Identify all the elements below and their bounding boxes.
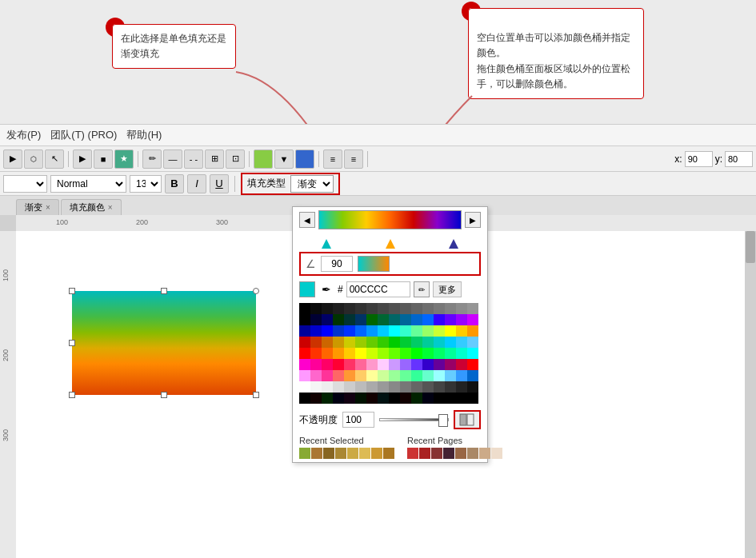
color-cell[interactable]: [400, 370, 411, 381]
handle-top-mid[interactable]: [161, 288, 167, 294]
color-cell[interactable]: [434, 381, 445, 393]
color-cell[interactable]: [422, 359, 434, 370]
color-cell[interactable]: [456, 370, 467, 381]
opacity-thumb[interactable]: [438, 414, 448, 427]
color-cell[interactable]: [310, 393, 322, 404]
fill-type-select[interactable]: 渐变: [290, 175, 334, 193]
recent-selected-swatch[interactable]: [335, 448, 346, 459]
color-cell[interactable]: [434, 393, 445, 404]
color-cell[interactable]: [310, 314, 322, 325]
color-cell[interactable]: [445, 337, 456, 348]
color-cell[interactable]: [445, 359, 456, 370]
tool-btn-2[interactable]: ⬡: [24, 149, 43, 169]
gray-cell[interactable]: [389, 303, 400, 314]
color-cell[interactable]: [456, 314, 467, 325]
color-cell[interactable]: [456, 381, 467, 393]
edit-btn[interactable]: ✏: [142, 149, 162, 169]
stop-right[interactable]: [449, 239, 458, 249]
color-cell[interactable]: [467, 337, 478, 348]
color-cell[interactable]: [299, 359, 310, 370]
color-cell[interactable]: [434, 359, 445, 370]
color-cell[interactable]: [422, 325, 434, 337]
color-cell[interactable]: [333, 393, 344, 404]
color-cell[interactable]: [355, 337, 366, 348]
recent-selected-swatch[interactable]: [371, 448, 382, 459]
coord-x-input[interactable]: [685, 151, 713, 167]
color-cell[interactable]: [333, 359, 344, 370]
color-cell[interactable]: [344, 337, 355, 348]
gray-cell[interactable]: [456, 303, 467, 314]
font-size-select[interactable]: 13: [130, 175, 162, 193]
color-cell[interactable]: [411, 359, 422, 370]
color-cell[interactable]: [378, 325, 389, 337]
color-cell[interactable]: [400, 359, 411, 370]
gray-cell[interactable]: [400, 303, 411, 314]
recent-pages-swatch[interactable]: [431, 448, 442, 459]
tab-fill-color[interactable]: 填充颜色 ×: [61, 199, 122, 215]
tab-gradient-close[interactable]: ×: [46, 203, 50, 212]
color-cell[interactable]: [355, 314, 366, 325]
recent-selected-swatch[interactable]: [383, 448, 394, 459]
recent-pages-swatch[interactable]: [479, 448, 490, 459]
gradient-left-btn[interactable]: ◀: [299, 212, 315, 228]
canvas-rectangle[interactable]: [72, 291, 256, 395]
font-select[interactable]: Normal: [50, 175, 126, 193]
color-cell[interactable]: [322, 370, 333, 381]
color-cell[interactable]: [333, 348, 344, 359]
gray-cell[interactable]: [366, 303, 378, 314]
color-cell[interactable]: [310, 359, 322, 370]
recent-pages-swatch[interactable]: [467, 448, 478, 459]
color-cell[interactable]: [389, 393, 400, 404]
color-cell[interactable]: [389, 359, 400, 370]
underline-btn[interactable]: U: [210, 174, 229, 193]
recent-selected-swatch[interactable]: [347, 448, 358, 459]
color-cell[interactable]: [310, 325, 322, 337]
color-cell[interactable]: [299, 370, 310, 381]
tool-btn-3[interactable]: ↖: [45, 149, 64, 169]
color-cell[interactable]: [366, 314, 378, 325]
gray-cell[interactable]: [333, 303, 344, 314]
color-cell[interactable]: [434, 370, 445, 381]
color-cell[interactable]: [445, 325, 456, 337]
color-cell[interactable]: [378, 381, 389, 393]
color-cell[interactable]: [366, 381, 378, 393]
color-cell[interactable]: [378, 337, 389, 348]
color-cell[interactable]: [355, 325, 366, 337]
align-right-btn[interactable]: ≡: [344, 149, 363, 169]
opacity-input[interactable]: [342, 412, 374, 428]
color-cell[interactable]: [467, 359, 478, 370]
gray-cell[interactable]: [322, 303, 333, 314]
color-cell[interactable]: [445, 348, 456, 359]
color-cell[interactable]: [389, 314, 400, 325]
color-cell[interactable]: [467, 348, 478, 359]
vertical-scrollbar[interactable]: [745, 231, 756, 558]
color-cell[interactable]: [366, 325, 378, 337]
recent-selected-swatch[interactable]: [311, 448, 322, 459]
color-cell[interactable]: [389, 337, 400, 348]
color-cell[interactable]: [422, 337, 434, 348]
recent-pages-swatch[interactable]: [443, 448, 454, 459]
color-cell[interactable]: [299, 325, 310, 337]
color-cell[interactable]: [355, 348, 366, 359]
recent-pages-swatch[interactable]: [491, 448, 502, 459]
color-cell[interactable]: [400, 348, 411, 359]
color-cell[interactable]: [355, 381, 366, 393]
color-cell[interactable]: [411, 393, 422, 404]
stroke-btn[interactable]: [295, 149, 314, 169]
color-cell[interactable]: [389, 381, 400, 393]
color-cell[interactable]: [310, 337, 322, 348]
recent-selected-swatch[interactable]: [299, 448, 310, 459]
edit-color-btn[interactable]: ✏: [414, 281, 430, 297]
color-cell[interactable]: [333, 325, 344, 337]
color-cell[interactable]: [400, 314, 411, 325]
color-cell[interactable]: [389, 325, 400, 337]
handle-top-right[interactable]: [253, 288, 259, 294]
handle-top-left[interactable]: [69, 288, 75, 294]
tool-btn-5[interactable]: ⊞: [205, 149, 224, 169]
color-cell[interactable]: [299, 348, 310, 359]
color-cell[interactable]: [378, 359, 389, 370]
color-cell[interactable]: [355, 370, 366, 381]
color-cell[interactable]: [333, 314, 344, 325]
bold-btn[interactable]: B: [165, 174, 184, 193]
color-cell[interactable]: [411, 370, 422, 381]
